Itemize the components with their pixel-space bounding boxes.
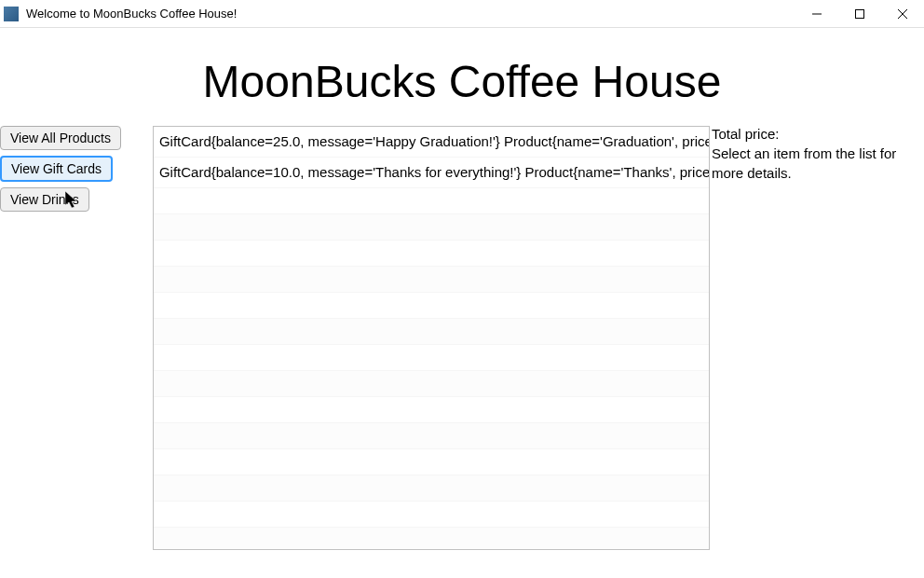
close-button[interactable] bbox=[881, 0, 924, 27]
header: MoonBucks Coffee House bbox=[0, 28, 924, 126]
list-empty-row bbox=[154, 214, 709, 241]
total-price-label: Total price: bbox=[712, 126, 924, 142]
page-title: MoonBucks Coffee House bbox=[0, 56, 924, 107]
list-empty-row bbox=[154, 371, 709, 397]
minimize-icon bbox=[812, 9, 822, 19]
list-empty-row bbox=[154, 423, 709, 449]
list-item[interactable]: GiftCard{balance=25.0, message='Happy Gr… bbox=[154, 127, 709, 158]
list-empty-row bbox=[154, 345, 709, 371]
sidebar-button-view-gift-cards[interactable]: View Gift Cards bbox=[0, 156, 113, 182]
detail-panel: Total price: Select an item from the lis… bbox=[710, 126, 924, 183]
list-empty-row bbox=[154, 502, 709, 528]
app-icon bbox=[4, 7, 19, 21]
list-empty-row bbox=[154, 475, 709, 502]
close-icon bbox=[898, 9, 907, 19]
sidebar-button-view-all-products[interactable]: View All Products bbox=[0, 126, 121, 150]
content-area: View All ProductsView Gift CardsView Dri… bbox=[0, 126, 924, 550]
window-title: Welcome to MoonBucks Coffee House! bbox=[26, 7, 795, 21]
maximize-icon bbox=[855, 9, 864, 19]
list-empty-row bbox=[154, 528, 709, 550]
list-item[interactable]: GiftCard{balance=10.0, message='Thanks f… bbox=[154, 158, 709, 188]
list-empty-row bbox=[154, 319, 709, 345]
sidebar-button-view-drinks[interactable]: View Drinks bbox=[0, 187, 89, 212]
product-list[interactable]: GiftCard{balance=25.0, message='Happy Gr… bbox=[153, 126, 710, 550]
list-empty-row bbox=[154, 397, 709, 423]
window-controls bbox=[795, 0, 924, 27]
list-empty-row bbox=[154, 267, 709, 293]
list-empty-row bbox=[154, 241, 709, 267]
list-empty-row bbox=[154, 188, 709, 214]
list-empty-row bbox=[154, 449, 709, 475]
titlebar: Welcome to MoonBucks Coffee House! bbox=[0, 0, 924, 28]
maximize-button[interactable] bbox=[838, 0, 881, 27]
list-empty-row bbox=[154, 293, 709, 319]
svg-rect-1 bbox=[856, 9, 864, 18]
detail-text: Select an item from the list for more de… bbox=[712, 144, 924, 183]
minimize-button[interactable] bbox=[795, 0, 838, 27]
sidebar: View All ProductsView Gift CardsView Dri… bbox=[0, 126, 121, 217]
